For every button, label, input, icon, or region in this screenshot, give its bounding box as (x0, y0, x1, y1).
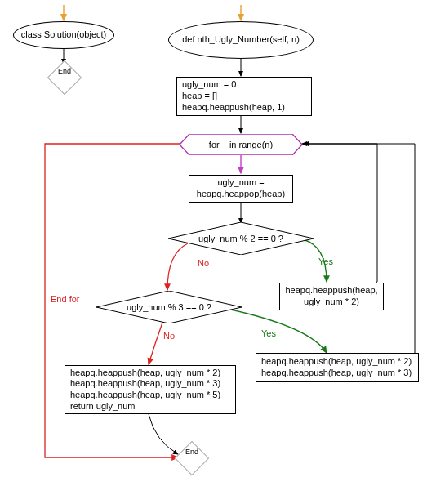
edge-label-d2-yes: Yes (318, 256, 333, 266)
end-main-node: End (180, 446, 204, 471)
push23-block-text: heapq.heappush(heap, ugly_num * 2) heapq… (261, 356, 412, 379)
push2-block-node: heapq.heappush(heap, ugly_num * 2) (279, 283, 384, 310)
func-def-text: def nth_Ugly_Number(self, n) (182, 34, 300, 46)
pop-block-text: ugly_num = heapq.heappop(heap) (194, 177, 287, 200)
init-block-text: ugly_num = 0 heap = [] heapq.heappush(he… (182, 79, 285, 113)
push235-block-text: heapq.heappush(heap, ugly_num * 2) heapq… (70, 368, 220, 413)
push23-block-node: heapq.heappush(heap, ugly_num * 2) heapq… (256, 353, 419, 382)
edge-label-endfor: End for (51, 294, 79, 304)
decision-mod3-text: ugly_num % 3 == 0 ? (127, 302, 211, 312)
init-block-node: ugly_num = 0 heap = [] heapq.heappush(he… (176, 77, 312, 116)
end-left-label: End (58, 65, 71, 78)
func-def-node: def nth_Ugly_Number(self, n) (168, 21, 314, 59)
class-def-text: class Solution(object) (21, 29, 107, 41)
loop-header-node: for _ in range(n) (180, 134, 302, 155)
end-main-label: End (185, 445, 198, 458)
class-def-node: class Solution(object) (13, 21, 114, 49)
end-left-node: End (52, 65, 77, 90)
decision-mod2-node: ugly_num % 2 == 0 ? (168, 222, 314, 255)
edge-label-d3-no: No (163, 331, 175, 341)
push2-block-text: heapq.heappush(heap, ugly_num * 2) (285, 285, 378, 308)
edge-label-d3-yes: Yes (261, 328, 276, 338)
decision-mod3-node: ugly_num % 3 == 0 ? (96, 291, 242, 323)
edge-label-d2-no: No (198, 258, 209, 268)
push235-block-node: heapq.heappush(heap, ugly_num * 2) heapq… (65, 365, 236, 414)
loop-header-text: for _ in range(n) (209, 140, 273, 149)
pop-block-node: ugly_num = heapq.heappop(heap) (189, 175, 293, 203)
decision-mod2-text: ugly_num % 2 == 0 ? (198, 234, 283, 243)
